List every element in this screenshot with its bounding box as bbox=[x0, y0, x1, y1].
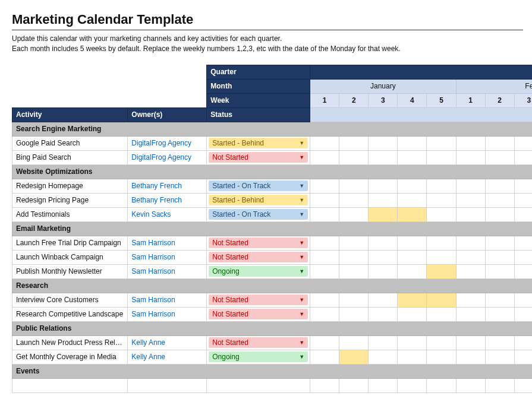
timeline-cell[interactable] bbox=[369, 193, 398, 207]
status-cell[interactable]: Started - On Track▼ bbox=[207, 179, 310, 193]
timeline-cell[interactable] bbox=[456, 207, 485, 221]
timeline-cell[interactable] bbox=[485, 150, 514, 164]
timeline-cell[interactable] bbox=[485, 250, 514, 264]
week-header[interactable]: Week bbox=[207, 93, 310, 107]
section-header[interactable]: Website Optimizations bbox=[12, 164, 533, 179]
section-header[interactable]: Research bbox=[12, 278, 533, 293]
timeline-cell[interactable] bbox=[456, 193, 485, 207]
activity-cell[interactable]: Research Competitive Landscape bbox=[12, 307, 128, 321]
timeline-cell[interactable] bbox=[398, 264, 427, 278]
timeline-cell[interactable] bbox=[310, 350, 339, 364]
status-cell[interactable] bbox=[207, 378, 310, 392]
owner-cell[interactable]: Sam Harrison bbox=[128, 250, 207, 264]
owner-cell[interactable]: Sam Harrison bbox=[128, 264, 207, 278]
owner-cell[interactable]: Sam Harrison bbox=[128, 293, 207, 307]
timeline-cell[interactable] bbox=[310, 193, 339, 207]
timeline-cell[interactable] bbox=[427, 236, 456, 250]
timeline-cell[interactable] bbox=[398, 179, 427, 193]
status-cell[interactable]: Not Started▼ bbox=[207, 307, 310, 321]
timeline-cell[interactable] bbox=[485, 264, 514, 278]
owner-cell[interactable]: Sam Harrison bbox=[128, 307, 207, 321]
timeline-cell[interactable] bbox=[427, 179, 456, 193]
activity-cell[interactable]: Launch New Product Press Releas bbox=[12, 335, 128, 350]
timeline-cell[interactable] bbox=[514, 150, 532, 164]
week-3[interactable]: 3 bbox=[369, 93, 398, 107]
timeline-cell[interactable] bbox=[369, 150, 398, 164]
section-header[interactable]: Public Relations bbox=[12, 321, 533, 335]
timeline-cell[interactable] bbox=[427, 293, 456, 307]
timeline-cell[interactable] bbox=[310, 264, 339, 278]
timeline-cell[interactable] bbox=[514, 236, 532, 250]
status-dropdown[interactable]: Ongoing▼ bbox=[209, 351, 308, 362]
status-dropdown[interactable]: Not Started▼ bbox=[209, 237, 308, 248]
status-dropdown[interactable]: Started - Behind▼ bbox=[209, 195, 308, 205]
owner-cell[interactable]: DigitalFrog Agency bbox=[128, 136, 207, 150]
timeline-cell[interactable] bbox=[398, 350, 427, 364]
timeline-cell[interactable] bbox=[456, 264, 485, 278]
timeline-cell[interactable] bbox=[485, 136, 514, 150]
month-header[interactable]: Month bbox=[207, 79, 310, 93]
section-header[interactable]: Email Marketing bbox=[12, 221, 533, 236]
section-header[interactable]: Events bbox=[12, 364, 533, 378]
status-cell[interactable]: Not Started▼ bbox=[207, 236, 310, 250]
status-dropdown[interactable]: Started - On Track▼ bbox=[209, 209, 308, 220]
owner-cell[interactable]: Kelly Anne bbox=[128, 350, 207, 364]
timeline-cell[interactable] bbox=[485, 378, 514, 392]
month-february[interactable]: Febr bbox=[456, 79, 532, 93]
timeline-cell[interactable] bbox=[339, 307, 369, 321]
week-2[interactable]: 2 bbox=[339, 93, 369, 107]
timeline-cell[interactable] bbox=[427, 378, 456, 392]
timeline-cell[interactable] bbox=[369, 250, 398, 264]
timeline-cell[interactable] bbox=[339, 335, 369, 350]
activity-cell[interactable]: Add Testimonials bbox=[12, 207, 128, 221]
timeline-cell[interactable] bbox=[339, 136, 369, 150]
status-cell[interactable]: Ongoing▼ bbox=[207, 264, 310, 278]
owner-header[interactable]: Owner(s) bbox=[128, 107, 207, 122]
timeline-cell[interactable] bbox=[514, 350, 532, 364]
timeline-cell[interactable] bbox=[339, 378, 369, 392]
timeline-cell[interactable] bbox=[339, 236, 369, 250]
timeline-cell[interactable] bbox=[339, 207, 369, 221]
status-dropdown[interactable]: Not Started▼ bbox=[209, 294, 308, 305]
timeline-cell[interactable] bbox=[485, 293, 514, 307]
timeline-cell[interactable] bbox=[485, 335, 514, 350]
owner-cell[interactable] bbox=[128, 378, 207, 392]
timeline-cell[interactable] bbox=[339, 179, 369, 193]
timeline-cell[interactable] bbox=[398, 307, 427, 321]
timeline-cell[interactable] bbox=[485, 207, 514, 221]
status-dropdown[interactable]: Started - Behind▼ bbox=[209, 138, 308, 148]
timeline-cell[interactable] bbox=[339, 150, 369, 164]
timeline-cell[interactable] bbox=[310, 378, 339, 392]
week-5[interactable]: 5 bbox=[427, 93, 456, 107]
status-cell[interactable]: Not Started▼ bbox=[207, 293, 310, 307]
timeline-cell[interactable] bbox=[369, 179, 398, 193]
week-1[interactable]: 1 bbox=[310, 93, 339, 107]
timeline-cell[interactable] bbox=[398, 293, 427, 307]
timeline-cell[interactable] bbox=[339, 293, 369, 307]
activity-cell[interactable]: Redesign Homepage bbox=[12, 179, 128, 193]
timeline-cell[interactable] bbox=[427, 250, 456, 264]
timeline-cell[interactable] bbox=[427, 207, 456, 221]
timeline-cell[interactable] bbox=[427, 335, 456, 350]
timeline-cell[interactable] bbox=[427, 307, 456, 321]
timeline-cell[interactable] bbox=[398, 207, 427, 221]
status-cell[interactable]: Started - On Track▼ bbox=[207, 207, 310, 221]
timeline-cell[interactable] bbox=[514, 179, 532, 193]
quarter-value[interactable]: Q bbox=[310, 65, 532, 79]
owner-cell[interactable]: Kelly Anne bbox=[128, 335, 207, 350]
activity-cell[interactable]: Google Paid Search bbox=[12, 136, 128, 150]
status-dropdown[interactable]: Started - On Track▼ bbox=[209, 180, 308, 191]
timeline-cell[interactable] bbox=[485, 350, 514, 364]
timeline-cell[interactable] bbox=[398, 150, 427, 164]
timeline-cell[interactable] bbox=[369, 307, 398, 321]
timeline-cell[interactable] bbox=[339, 350, 369, 364]
timeline-cell[interactable] bbox=[369, 335, 398, 350]
timeline-cell[interactable] bbox=[310, 250, 339, 264]
timeline-cell[interactable] bbox=[485, 193, 514, 207]
timeline-cell[interactable] bbox=[369, 350, 398, 364]
timeline-cell[interactable] bbox=[514, 293, 532, 307]
timeline-cell[interactable] bbox=[514, 307, 532, 321]
timeline-cell[interactable] bbox=[514, 193, 532, 207]
timeline-cell[interactable] bbox=[456, 236, 485, 250]
timeline-cell[interactable] bbox=[456, 307, 485, 321]
